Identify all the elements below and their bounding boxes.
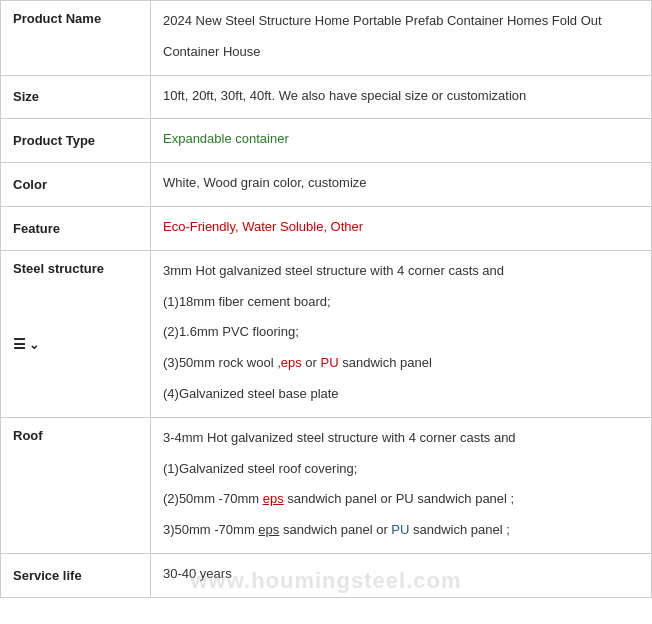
row-product-type: Product TypeExpandable container [1,119,652,163]
value-product-name: 2024 New Steel Structure Home Portable P… [151,1,652,76]
label-color: Color [1,163,151,207]
label-service-life: Service life [1,553,151,597]
list-icon[interactable]: ☰ ⌄ [13,336,138,352]
label-roof: Roof [1,417,151,553]
row-steel-structure: Steel structure☰ ⌄3mm Hot galvanized ste… [1,250,652,417]
row-size: Size10ft, 20ft, 30ft, 40ft. We also have… [1,75,652,119]
value-color: White, Wood grain color, customize [151,163,652,207]
product-specs-table: Product Name2024 New Steel Structure Hom… [0,0,652,598]
label-product-type: Product Type [1,119,151,163]
specs-table: Product Name2024 New Steel Structure Hom… [0,0,652,598]
row-product-name: Product Name2024 New Steel Structure Hom… [1,1,652,76]
value-roof: 3-4mm Hot galvanized steel structure wit… [151,417,652,553]
value-product-type: Expandable container [151,119,652,163]
row-color: ColorWhite, Wood grain color, customize [1,163,652,207]
label-product-name: Product Name [1,1,151,76]
row-feature: FeatureEco-Friendly, Water Soluble, Othe… [1,206,652,250]
row-roof: Roof3-4mm Hot galvanized steel structure… [1,417,652,553]
label-size: Size [1,75,151,119]
label-feature: Feature [1,206,151,250]
steel-structure-label: Steel structure [13,261,104,276]
row-service-life: Service life30-40 years [1,553,652,597]
value-feature: Eco-Friendly, Water Soluble, Other [151,206,652,250]
value-size: 10ft, 20ft, 30ft, 40ft. We also have spe… [151,75,652,119]
value-steel-structure: 3mm Hot galvanized steel structure with … [151,250,652,417]
label-steel-structure: Steel structure☰ ⌄ [1,250,151,417]
value-service-life: 30-40 years [151,553,652,597]
